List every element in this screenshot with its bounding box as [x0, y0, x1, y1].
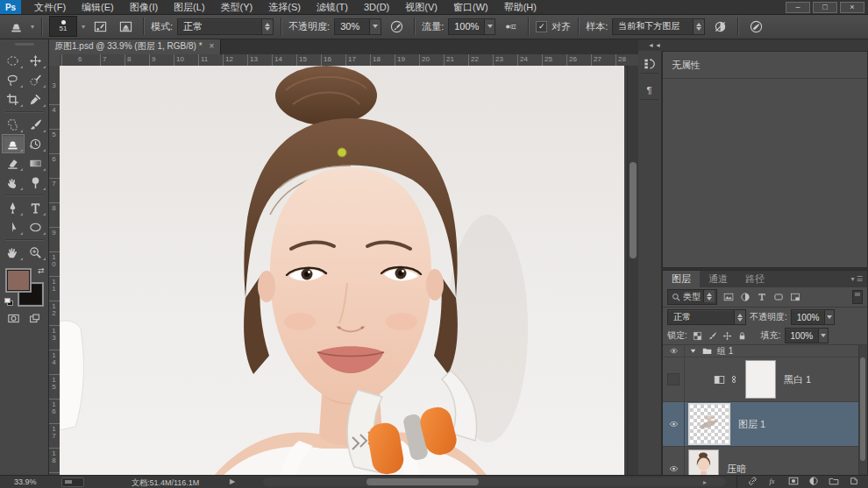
- layer-filter-type-select[interactable]: 类型: [667, 289, 717, 305]
- horizontal-ruler[interactable]: 6789101112131415161718192021222324252627…: [60, 54, 638, 67]
- layer-visibility-toggle[interactable]: [663, 447, 685, 475]
- layer-mask-thumbnail[interactable]: [745, 360, 776, 399]
- layer-row-2[interactable]: 压暗: [663, 447, 867, 475]
- layer-list-scrollbar[interactable]: [858, 345, 867, 475]
- menu-item-2[interactable]: 图像(I): [122, 0, 166, 14]
- layer-thumbnail[interactable]: [688, 449, 719, 476]
- filter-type-spin[interactable]: [703, 290, 715, 302]
- flow-dropdown-arrow[interactable]: [484, 19, 494, 34]
- visibility-empty-box[interactable]: [667, 373, 679, 385]
- layers-tab-1[interactable]: 通道: [700, 271, 736, 287]
- layer-name[interactable]: 黑白 1: [784, 373, 811, 386]
- layer-opacity-arrow[interactable]: [824, 310, 833, 324]
- menu-item-7[interactable]: 3D(D): [356, 0, 397, 14]
- layer-name[interactable]: 压暗: [727, 463, 746, 476]
- new-group-icon[interactable]: [829, 476, 839, 488]
- brush-panel-toggle[interactable]: [89, 17, 110, 36]
- brush-tool[interactable]: [25, 115, 47, 134]
- status-flyout-arrow[interactable]: ▶: [230, 477, 235, 485]
- brush-preset-picker[interactable]: 51: [49, 16, 77, 37]
- move-tool[interactable]: [25, 51, 47, 70]
- layer-group-row[interactable]: 组 1: [663, 345, 867, 357]
- ellipse-tool[interactable]: [25, 217, 47, 237]
- pressure-size-toggle[interactable]: [745, 17, 766, 36]
- filter-shape-icon[interactable]: [771, 290, 786, 304]
- blend-mode-select[interactable]: 正常: [177, 18, 274, 35]
- swap-colors-icon[interactable]: ⇄: [38, 267, 45, 275]
- sample-spin[interactable]: [693, 19, 704, 34]
- zoom-level-field[interactable]: 33.9%: [14, 477, 37, 486]
- menu-item-3[interactable]: 图层(L): [166, 0, 212, 14]
- layer-visibility-toggle[interactable]: [663, 357, 685, 401]
- blend-mode-spin[interactable]: [261, 19, 273, 34]
- horizontal-scroll-thumb[interactable]: [366, 478, 479, 485]
- layer-mask-icon[interactable]: [788, 476, 799, 488]
- clone-stamp-tool[interactable]: [2, 134, 25, 153]
- brush-preset-arrow[interactable]: ▾: [82, 23, 85, 31]
- hand-tool[interactable]: [2, 243, 25, 262]
- tools-panel-grip[interactable]: [15, 43, 34, 46]
- flow-field[interactable]: 100%: [448, 18, 495, 35]
- foreground-color-swatch[interactable]: [7, 270, 30, 291]
- opacity-field[interactable]: 30%: [334, 18, 381, 35]
- eyedropper-tool[interactable]: [25, 89, 47, 109]
- group-visibility-toggle[interactable]: [663, 345, 685, 357]
- dodge-tool[interactable]: [25, 173, 47, 192]
- menu-item-4[interactable]: 类型(Y): [213, 0, 261, 14]
- layer-style-icon[interactable]: fx: [768, 476, 779, 488]
- canvas[interactable]: [60, 66, 624, 476]
- layer-blend-spin[interactable]: [734, 310, 745, 324]
- layers-tab-2[interactable]: 路径: [736, 271, 773, 287]
- ruler-corner[interactable]: [48, 54, 60, 67]
- crop-tool[interactable]: [2, 89, 25, 109]
- lock-move-icon[interactable]: [721, 329, 734, 342]
- menu-item-6[interactable]: 滤镜(T): [309, 0, 356, 14]
- close-button[interactable]: ×: [840, 2, 864, 13]
- filter-adjustment-icon[interactable]: [737, 290, 752, 304]
- type-tool[interactable]: [25, 198, 47, 217]
- collapse-panels-icon[interactable]: ◄◄: [648, 42, 662, 48]
- canvas-horizontal-scrollbar[interactable]: ▸: [263, 477, 726, 486]
- path-selection-tool[interactable]: [2, 217, 25, 237]
- minimize-button[interactable]: –: [786, 2, 810, 13]
- vertical-ruler[interactable]: 3456789101112131415161718: [48, 66, 60, 476]
- scroll-right-arrow[interactable]: ▸: [703, 478, 707, 486]
- layer-scroll-thumb[interactable]: [860, 357, 865, 461]
- elliptical-marquee-tool[interactable]: [2, 51, 25, 70]
- filter-smartobject-icon[interactable]: [787, 290, 802, 304]
- link-layers-icon[interactable]: [748, 476, 758, 488]
- clone-source-panel-toggle[interactable]: [115, 17, 136, 36]
- layer-blend-mode-select[interactable]: 正常: [667, 309, 746, 325]
- tool-preset-arrow[interactable]: ▾: [31, 23, 34, 31]
- pen-tool[interactable]: [2, 198, 25, 217]
- filter-pixel-icon[interactable]: [721, 290, 736, 304]
- lock-all-icon[interactable]: [736, 329, 749, 342]
- canvas-vertical-scrollbar[interactable]: [627, 66, 638, 476]
- menu-item-10[interactable]: 帮助(H): [496, 0, 544, 14]
- maximize-button[interactable]: □: [813, 2, 837, 13]
- layer-row-1[interactable]: 图层 1: [663, 402, 867, 447]
- lock-paint-icon[interactable]: [706, 329, 719, 342]
- tool-preset-picker[interactable]: [5, 17, 26, 36]
- layer-visibility-toggle[interactable]: [663, 402, 685, 446]
- menu-item-5[interactable]: 选择(S): [260, 0, 309, 14]
- new-layer-icon[interactable]: [849, 476, 859, 488]
- quick-mask-button[interactable]: [7, 313, 20, 324]
- opacity-dropdown-arrow[interactable]: [369, 19, 381, 34]
- status-box-icon[interactable]: [61, 477, 84, 487]
- vertical-scroll-thumb[interactable]: [630, 162, 637, 258]
- triangle-down-icon[interactable]: [689, 347, 697, 355]
- sample-select[interactable]: 当前和下方图层: [612, 18, 705, 35]
- ignore-adjustment-layers-toggle[interactable]: [709, 17, 730, 36]
- paragraph-panel-icon[interactable]: ¶: [641, 81, 658, 100]
- layer-fill-field[interactable]: 100%: [785, 328, 829, 343]
- pressure-opacity-toggle[interactable]: [386, 17, 407, 36]
- airbrush-toggle[interactable]: [500, 17, 521, 36]
- quick-selection-tool[interactable]: [25, 70, 47, 89]
- layer-thumbnail[interactable]: [688, 403, 730, 445]
- history-brush-tool[interactable]: [25, 134, 47, 153]
- zoom-tool[interactable]: [25, 243, 47, 262]
- filter-type-icon[interactable]: [754, 290, 769, 304]
- layer-fill-arrow[interactable]: [818, 329, 827, 343]
- menu-item-1[interactable]: 编辑(E): [74, 0, 122, 14]
